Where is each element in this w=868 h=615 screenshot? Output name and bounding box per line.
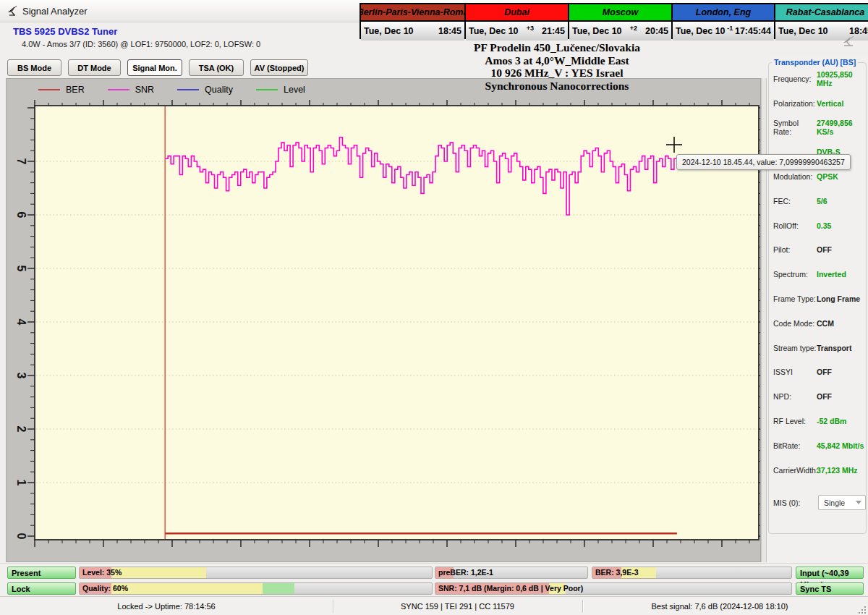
transponder-row: RF Level:-52 dBm: [769, 409, 866, 433]
chevron-down-icon: [856, 501, 861, 504]
legend-item-quality: Quality: [177, 85, 233, 95]
transponder-row: NPD:OFF: [769, 384, 866, 409]
transponder-row: Pilot:OFF: [769, 238, 866, 263]
transponder-label: CarrierWidth:: [773, 466, 817, 475]
clock-utc-offset: +2: [622, 25, 645, 32]
status-uptime: Locked -> Uptime: 78:14:56: [0, 597, 333, 615]
transponder-label: Polarization:: [773, 99, 817, 108]
tab-tsa-ok[interactable]: TSA (OK): [189, 59, 244, 76]
y-tick-label: 1: [15, 480, 27, 486]
bar-segment-yellow: [111, 583, 263, 594]
clock-time: 17:45:44: [735, 26, 771, 36]
level-progressbar: Level: 35%: [79, 567, 433, 579]
tuner-name: TBS 5925 DVBS2 Tuner: [13, 26, 117, 37]
bar-segment-yellow: [111, 567, 206, 578]
transponder-value: 45,842 Mbit/s: [817, 441, 864, 450]
legend-label: SNR: [135, 85, 154, 95]
legend-label: BER: [66, 85, 85, 95]
transponder-label: Spectrum:: [773, 270, 817, 279]
clock-utc-offset: +3: [519, 25, 542, 32]
tab-av-stopped[interactable]: AV (Stopped): [250, 59, 308, 76]
clock-date: Tue, Dec 10: [469, 26, 519, 36]
clock-city-2: Dubai: [466, 4, 568, 20]
legend-swatch: [38, 89, 60, 90]
site-title-line-3: 10 926 MHz_V : YES Israel: [376, 67, 738, 80]
mode-tabs: BS ModeDT ModeSignal Mon.TSA (OK)AV (Sto…: [7, 59, 308, 76]
transponder-value: -52 dBm: [817, 417, 846, 425]
ber-progressbar: BER: 3,9E-3: [592, 567, 792, 579]
y-tick-label: 2: [15, 426, 27, 433]
y-tick-label: 6: [15, 212, 27, 219]
legend-item-snr: SNR: [108, 85, 154, 95]
y-tick-label: 7: [15, 158, 27, 165]
transponder-panel: Transponder (AU) [BS] Frequency:10925,85…: [767, 56, 868, 563]
satellite-dish-icon: [838, 36, 856, 47]
bar-segment-green: [263, 583, 294, 594]
status-sync-counters: SYNC 159 | TEI 291 | CC 11579: [333, 597, 582, 615]
transponder-value: 0.35: [817, 221, 831, 230]
legend-item-level: Level: [256, 85, 305, 95]
sync-ts-badge: Sync TS: [796, 582, 864, 595]
panel-splitter[interactable]: [761, 78, 767, 562]
y-tick-label: 0: [15, 533, 27, 540]
bar-label: preBER: 1,2E-1: [438, 567, 493, 578]
transponder-rows: Frequency:10925,850 MHzPolarization:Vert…: [769, 67, 866, 483]
legend-label: Level: [284, 85, 305, 95]
plot-area: [35, 106, 759, 540]
resize-grip[interactable]: [857, 605, 866, 614]
transponder-row: Frequency:10925,850 MHz: [769, 67, 866, 91]
legend-label: Quality: [205, 85, 233, 95]
site-title-line-2: Amos 3 at 4,0°W_Middle East: [376, 54, 738, 67]
transponder-label: ISSYI: [773, 368, 817, 376]
clock-date: Tue, Dec 10: [676, 26, 726, 36]
present-badge: Present: [7, 567, 76, 579]
transponder-value: Transport: [817, 344, 851, 352]
y-tick-label: 4: [15, 319, 27, 326]
clock-time: 21:45: [542, 26, 565, 36]
clock-time: 18:45: [849, 26, 868, 36]
transponder-label: Frequency:: [773, 75, 817, 83]
bar-label: Level: 35%: [82, 567, 122, 578]
transponder-value: 10925,850 MHz: [817, 70, 866, 88]
mis-row: MIS (0): Single: [769, 488, 866, 517]
transponder-row: Frame Type:Long Frame: [769, 287, 866, 311]
signal-chart-panel: BERSNRQualityLevel 01234567: [6, 78, 761, 562]
transponder-row: Code Mode:CCM: [769, 311, 866, 336]
chart-tooltip: 2024-12-10 18.45.44, value: 7,0999999046…: [676, 154, 851, 170]
site-title-block: PF Prodelin 450_Lučenec/Slovakia Amos 3 …: [376, 41, 738, 92]
status-bar: Locked -> Uptime: 78:14:56 SYNC 159 | TE…: [0, 596, 868, 615]
signal-chart[interactable]: 01234567: [7, 79, 760, 561]
bar-label: SNR: 7,1 dB (Margin: 0,6 dB | Very Poor): [438, 583, 583, 594]
transponder-title: Transponder (AU) [BS]: [772, 58, 858, 67]
mis-selected-value: Single: [824, 499, 845, 507]
transponder-label: BitRate:: [773, 441, 817, 450]
tab-signal-mon[interactable]: Signal Mon.: [127, 59, 182, 76]
clock-utc-offset: -1: [726, 25, 735, 32]
clock-date: Tue, Dec 10: [572, 26, 622, 36]
tab-bs-mode[interactable]: BS Mode: [7, 59, 61, 76]
transponder-value: OFF: [817, 392, 832, 401]
transponder-value: QPSK: [817, 172, 838, 181]
lock-badge: Lock: [7, 582, 76, 595]
transponder-value: Long Frame: [817, 294, 860, 303]
tab-dt-mode[interactable]: DT Mode: [68, 59, 121, 76]
signal-analyzer-window: Signal Analyzer Berlin-Paris-Vienna-Roma…: [0, 0, 868, 615]
legend-swatch: [108, 89, 129, 90]
mis-label: MIS (0):: [773, 499, 817, 507]
mis-dropdown[interactable]: Single: [818, 495, 866, 510]
bar-label: BER: 3,9E-3: [595, 567, 639, 578]
transponder-label: Code Mode:: [773, 319, 817, 328]
transponder-row: BitRate:45,842 Mbit/s: [769, 433, 866, 458]
transponder-label: Frame Type:: [773, 294, 817, 303]
transponder-value: Inverted: [817, 270, 846, 279]
transponder-label: FEC:: [773, 197, 817, 205]
clock-value-1: Tue, Dec 1018:45: [361, 22, 464, 41]
preber-progressbar: preBER: 1,2E-1: [435, 567, 588, 579]
tuner-detail: 4.0W - Amos 3/7 (ID: 3560) @ LOF1: 97500…: [22, 40, 260, 48]
transponder-row: RollOff:0.35: [769, 213, 866, 238]
clock-time: 20:45: [645, 26, 668, 36]
transponder-row: FEC:5/6: [769, 189, 866, 213]
clock-value-4: Tue, Dec 10-117:45:44: [673, 22, 774, 41]
transponder-row: Stream type:Transport: [769, 336, 866, 360]
clock-date: Tue, Dec 10: [364, 26, 414, 36]
